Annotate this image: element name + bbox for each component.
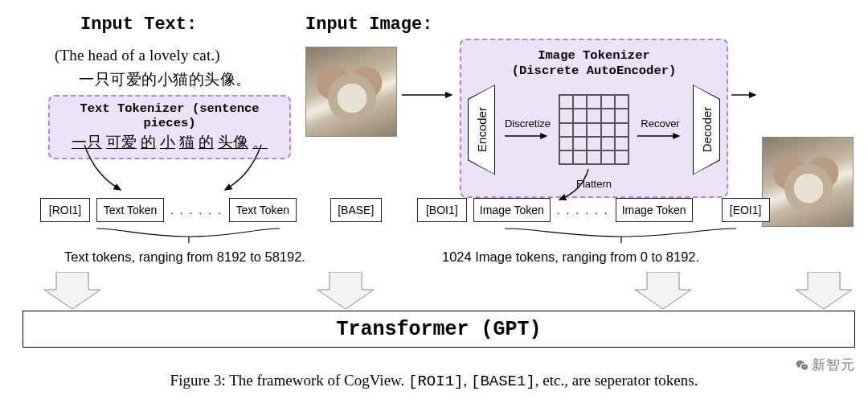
token-dots-2: . . . . . . — [557, 204, 609, 216]
token-image-token-2: Image Token — [616, 198, 693, 222]
tok-seg: 猫 — [179, 132, 194, 153]
caption-mono-1: [ROI1] — [408, 373, 463, 390]
brace-text — [96, 227, 281, 246]
transformer-box: Transformer (GPT) — [23, 311, 855, 348]
caption-suffix: , etc., are seperator tokens. — [535, 372, 698, 389]
transformer-label: Transformer (GPT) — [336, 318, 541, 341]
watermark: 新智元 — [796, 356, 855, 374]
image-tokens-range: 1024 Image tokens, ranging from 0 to 819… — [442, 249, 699, 265]
token-text-token: Text Token — [96, 198, 164, 222]
text-tokens-range: Text tokens, ranging from 8192 to 58192. — [64, 249, 305, 265]
decoder-label: Decoder — [700, 107, 714, 153]
token-boi1: [BOI1] — [417, 198, 467, 222]
down-arrow-1 — [44, 272, 100, 311]
input-cat-image — [305, 47, 397, 137]
watermark-text: 新智元 — [812, 357, 855, 373]
tok-seg: 小 — [160, 132, 175, 153]
token-roi1: [ROI1] — [40, 198, 90, 222]
token-eoi1: [EOI1] — [722, 198, 770, 222]
caption-between: , — [463, 372, 471, 389]
itk-title-l1: Image Tokenizer — [538, 48, 650, 63]
figure-caption: Figure 3: The framework of CogView. [ROI… — [0, 372, 868, 390]
header-input-image: Input Image: — [305, 14, 432, 35]
token-image-token: Image Token — [473, 198, 551, 222]
wechat-icon — [796, 359, 809, 372]
down-arrow-3 — [635, 272, 691, 311]
token-text-token-2: Text Token — [229, 198, 297, 222]
token-dots: . . . . . . — [170, 204, 223, 216]
sample-english: (The head of a lovely cat.) — [55, 47, 220, 64]
caption-prefix: Figure 3: The framework of CogView. — [170, 372, 408, 389]
header-input-text: Input Text: — [80, 14, 197, 35]
text-tokenizer-title: Text Tokenizer (sentence pieces) — [58, 101, 281, 130]
sample-chinese: 一只可爱的小猫的头像。 — [79, 69, 252, 90]
encoder-label: Encoder — [475, 107, 489, 152]
recover-label: Recover — [634, 117, 686, 130]
image-tokenizer-title: Image Tokenizer (Discrete AutoEncoder) — [468, 48, 720, 78]
brace-image — [505, 227, 738, 246]
arrow-decoder-to-out — [731, 87, 760, 103]
itk-title-l2: (Discrete AutoEncoder) — [512, 64, 677, 78]
arrow-img-to-encoder — [402, 87, 458, 103]
encoder-block: Encoder — [468, 84, 495, 175]
down-arrow-4 — [796, 272, 852, 311]
tok-seg: 的 — [141, 132, 156, 153]
discretize-label: Discretize — [502, 117, 554, 130]
codebook-grid — [559, 94, 629, 165]
token-base: [BASE] — [330, 198, 382, 222]
decoder-block: Decoder — [693, 84, 720, 175]
curve-arrow-left — [80, 145, 137, 201]
curve-arrow-right — [209, 145, 265, 201]
down-arrow-2 — [317, 272, 374, 311]
caption-mono-2: [BASE1] — [471, 373, 535, 390]
